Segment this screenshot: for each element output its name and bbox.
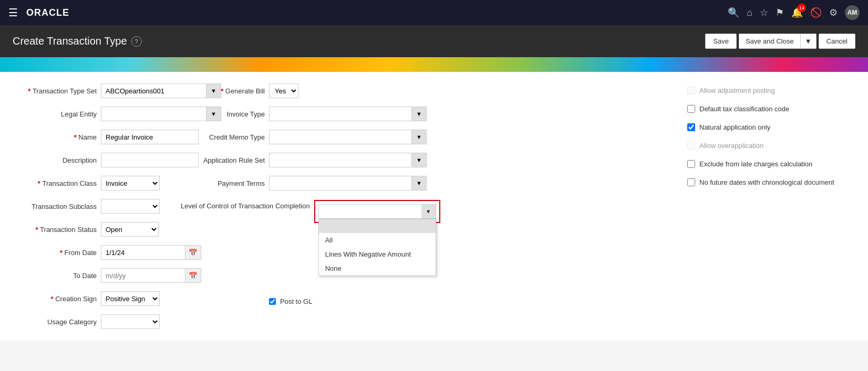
generate-bill-label: Generate Bill <box>181 87 265 95</box>
name-row: Name <box>13 129 160 145</box>
level-control-option-all[interactable]: All <box>319 233 436 247</box>
hamburger-menu[interactable]: ☰ <box>8 6 18 19</box>
default-tax-classification-label: Default tax classification code <box>699 105 789 113</box>
exclude-late-charges-row: Exclude from late charges calculation <box>687 158 855 170</box>
invoice-type-row: Invoice Type ▼ <box>181 105 666 122</box>
payment-terms-select[interactable] <box>269 176 411 190</box>
level-control-container: Level of Control of Transaction Completi… <box>181 200 666 223</box>
payment-terms-label: Payment Terms <box>181 179 265 187</box>
to-date-label: To Date <box>13 272 97 280</box>
settings-icon[interactable]: ⚙ <box>829 7 838 18</box>
home-icon[interactable]: ⌂ <box>747 7 752 18</box>
transaction-status-select[interactable]: Open Closed Pending <box>101 222 159 237</box>
allow-overapplication-checkbox <box>687 142 695 150</box>
form-section: Transaction Type Set ▼ Legal Entity ▼ Na… <box>13 82 855 330</box>
payment-terms-field: ▼ <box>269 176 427 190</box>
level-control-option-negative[interactable]: Lines With Negative Amount <box>319 247 436 261</box>
save-button[interactable]: Save <box>705 34 737 49</box>
natural-application-only-label: Natural application only <box>699 123 770 131</box>
credit-memo-type-arrow-btn[interactable]: ▼ <box>411 130 427 144</box>
application-rule-set-arrow-btn[interactable]: ▼ <box>411 153 427 167</box>
save-and-close-dropdown-button[interactable]: ▼ <box>800 34 817 49</box>
form-middle-column: Generate Bill Yes No Invoice Type ▼ Cred… <box>181 82 666 330</box>
application-rule-set-row: Application Rule Set ▼ <box>181 152 666 168</box>
invoice-type-select[interactable] <box>269 107 411 121</box>
form-right-column: Allow adjustment posting Default tax cla… <box>687 82 855 330</box>
page-title: Create Transaction Type <box>13 35 127 47</box>
usage-category-select[interactable] <box>101 314 160 329</box>
name-label: Name <box>13 133 97 141</box>
default-tax-classification-row: Default tax classification code <box>687 103 855 115</box>
application-rule-set-label: Application Rule Set <box>181 156 265 164</box>
level-control-dropdown-area: ▼ All Lines With Negative Amount None <box>314 200 440 223</box>
creation-sign-select[interactable]: Positive Sign Negative Sign Any Sign <box>101 291 160 306</box>
transaction-class-label: Transaction Class <box>13 179 97 187</box>
description-label: Description <box>13 156 97 164</box>
allow-overapplication-row: Allow overapplication <box>687 140 855 152</box>
legal-entity-label: Legal Entity <box>13 110 97 118</box>
to-date-input[interactable] <box>101 268 185 283</box>
invoice-type-arrow-btn[interactable]: ▼ <box>411 107 427 121</box>
usage-category-row: Usage Category <box>13 313 160 330</box>
exclude-late-charges-checkbox[interactable] <box>687 160 695 168</box>
level-control-empty-option[interactable] <box>319 219 436 233</box>
invoice-type-label: Invoice Type <box>181 110 265 118</box>
credit-memo-type-select[interactable] <box>269 130 411 144</box>
help-icon[interactable]: ? <box>131 36 142 47</box>
natural-application-only-row: Natural application only <box>687 121 855 133</box>
from-date-row: From Date 📅 <box>13 244 160 261</box>
nav-left: ☰ ORACLE <box>8 6 69 19</box>
allow-adjustment-posting-label: Allow adjustment posting <box>699 87 775 94</box>
post-to-gl-checkbox[interactable] <box>269 298 276 305</box>
payment-terms-row: Payment Terms ▼ <box>181 175 666 192</box>
transaction-type-set-label: Transaction Type Set <box>13 87 97 95</box>
avatar[interactable]: AM <box>845 5 860 20</box>
exclude-late-charges-label: Exclude from late charges calculation <box>699 160 812 168</box>
no-future-dates-checkbox[interactable] <box>687 178 695 186</box>
from-date-label: From Date <box>13 249 97 257</box>
nav-right: 🔍 ⌂ ☆ ⚑ 🔔 14 🚫 ⚙ AM <box>728 5 860 20</box>
notification-count: 14 <box>798 4 806 12</box>
transaction-status-label: Transaction Status <box>13 226 97 234</box>
person-slash-icon[interactable]: 🚫 <box>810 7 822 18</box>
generate-bill-row: Generate Bill Yes No <box>181 82 666 99</box>
transaction-subclass-row: Transaction Subclass <box>13 198 160 215</box>
cancel-button[interactable]: Cancel <box>819 34 855 49</box>
post-to-gl-label: Post to GL <box>280 298 312 305</box>
natural-application-only-checkbox[interactable] <box>687 123 695 131</box>
generate-bill-select[interactable]: Yes No <box>269 83 298 98</box>
allow-overapplication-label: Allow overapplication <box>699 142 763 150</box>
form-left-column: Transaction Type Set ▼ Legal Entity ▼ Na… <box>13 82 160 330</box>
default-tax-classification-checkbox[interactable] <box>687 105 695 113</box>
level-control-label: Level of Control of Transaction Completi… <box>181 200 310 210</box>
transaction-type-set-row: Transaction Type Set ▼ <box>13 82 160 99</box>
star-icon[interactable]: ☆ <box>760 7 768 18</box>
no-future-dates-row: No future dates with chronological docum… <box>687 176 855 188</box>
post-to-gl-row: Post to GL <box>269 298 666 305</box>
level-control-option-none[interactable]: None <box>319 261 436 275</box>
transaction-subclass-select[interactable] <box>101 199 160 214</box>
payment-terms-arrow-btn[interactable]: ▼ <box>411 176 427 190</box>
transaction-class-row: Transaction Class Invoice Credit Memo De… <box>13 175 160 192</box>
header-buttons: Save Save and Close ▼ Cancel <box>705 34 855 49</box>
from-date-input[interactable] <box>101 245 185 260</box>
save-and-close-button[interactable]: Save and Close <box>739 34 800 49</box>
transaction-subclass-label: Transaction Subclass <box>13 203 97 210</box>
level-control-dropdown-list: All Lines With Negative Amount None <box>318 219 436 276</box>
flag-icon[interactable]: ⚑ <box>776 7 784 18</box>
page-header: Create Transaction Type ? Save Save and … <box>0 25 868 57</box>
top-navigation: ☰ ORACLE 🔍 ⌂ ☆ ⚑ 🔔 14 🚫 ⚙ AM <box>0 0 868 25</box>
page-title-area: Create Transaction Type ? <box>13 35 142 47</box>
level-control-trigger[interactable]: ▼ <box>318 204 436 219</box>
transaction-class-select[interactable]: Invoice Credit Memo Debit Memo Receipt <box>101 176 160 190</box>
to-date-row: To Date 📅 <box>13 267 160 284</box>
bell-icon[interactable]: 🔔 14 <box>791 7 803 18</box>
application-rule-set-select[interactable] <box>269 153 411 167</box>
description-row: Description <box>13 152 160 168</box>
no-future-dates-label: No future dates with chronological docum… <box>699 178 834 186</box>
application-rule-set-field: ▼ <box>269 153 427 167</box>
credit-memo-type-field: ▼ <box>269 130 427 144</box>
level-control-arrow: ▼ <box>421 205 436 218</box>
search-icon[interactable]: 🔍 <box>728 7 739 18</box>
allow-adjustment-posting-checkbox <box>687 87 695 94</box>
